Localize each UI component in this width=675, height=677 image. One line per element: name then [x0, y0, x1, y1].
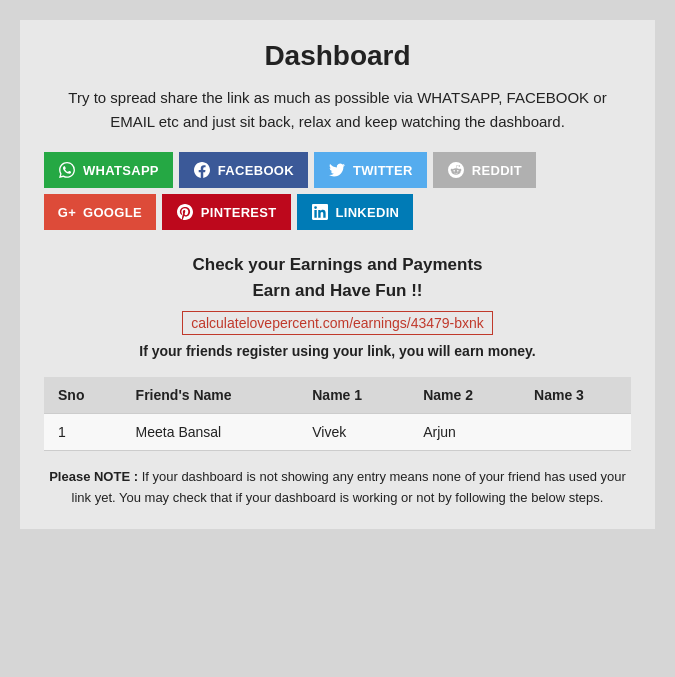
col-name3: Name 3 [520, 377, 631, 414]
col-name2: Name 2 [409, 377, 520, 414]
col-friend-name: Friend's Name [122, 377, 299, 414]
pinterest-icon [176, 203, 194, 221]
whatsapp-icon [58, 161, 76, 179]
whatsapp-label: WHATSAPP [83, 163, 159, 178]
cell-name1: Vivek [298, 414, 409, 451]
reddit-label: REDDIT [472, 163, 522, 178]
reddit-icon [447, 161, 465, 179]
facebook-label: FACEBOOK [218, 163, 294, 178]
linkedin-icon [311, 203, 329, 221]
referrals-table: Sno Friend's Name Name 1 Name 2 Name 3 1… [44, 377, 631, 451]
note-text: Please NOTE : If your dashboard is not s… [44, 467, 631, 509]
earn-info-text: If your friends register using your link… [44, 343, 631, 359]
earnings-link[interactable]: calculatelovepercent.com/earnings/43479-… [182, 311, 493, 335]
twitter-icon [328, 161, 346, 179]
main-container: Dashboard Try to spread share the link a… [20, 20, 655, 529]
reddit-button[interactable]: REDDIT [433, 152, 536, 188]
facebook-icon [193, 161, 211, 179]
col-sno: Sno [44, 377, 122, 414]
earnings-link-container: calculatelovepercent.com/earnings/43479-… [44, 315, 631, 331]
facebook-button[interactable]: FACEBOOK [179, 152, 308, 188]
google-label: GOOGLE [83, 205, 142, 220]
twitter-label: TWITTER [353, 163, 413, 178]
linkedin-label: LINKEDIN [336, 205, 400, 220]
earnings-title: Check your Earnings and Payments Earn an… [44, 252, 631, 303]
pinterest-button[interactable]: PINTEREST [162, 194, 291, 230]
pinterest-label: PINTEREST [201, 205, 277, 220]
cell-sno: 1 [44, 414, 122, 451]
twitter-button[interactable]: TWITTER [314, 152, 427, 188]
linkedin-button[interactable]: LINKEDIN [297, 194, 414, 230]
table-header-row: Sno Friend's Name Name 1 Name 2 Name 3 [44, 377, 631, 414]
whatsapp-button[interactable]: WHATSAPP [44, 152, 173, 188]
intro-text: Try to spread share the link as much as … [44, 86, 631, 134]
page-title: Dashboard [44, 40, 631, 72]
col-name1: Name 1 [298, 377, 409, 414]
cell-friend_name: Meeta Bansal [122, 414, 299, 451]
cell-name3 [520, 414, 631, 451]
social-buttons-group: WHATSAPP FACEBOOK TWITTER [44, 152, 631, 230]
google-button[interactable]: G+ GOOGLE [44, 194, 156, 230]
google-icon: G+ [58, 203, 76, 221]
cell-name2: Arjun [409, 414, 520, 451]
table-row: 1Meeta BansalVivekArjun [44, 414, 631, 451]
